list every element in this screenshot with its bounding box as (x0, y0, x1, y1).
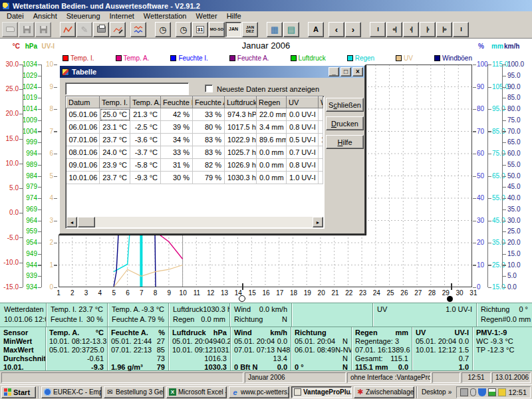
help-button[interactable]: Hilfe (326, 135, 364, 149)
menu-datei[interactable]: Datei (3, 12, 28, 20)
cell-luftdruck[interactable]: 1022.9 hPa (225, 134, 257, 146)
cell-regen[interactable]: 0.0 mm (257, 159, 287, 172)
cell-regen[interactable]: 0.0 mm (257, 172, 287, 184)
menu-hilfe[interactable]: Hilfe (223, 12, 245, 20)
nav-button[interactable]: I (453, 22, 469, 37)
save-as-button[interactable] (35, 22, 51, 37)
cell-temp-i[interactable]: 25.0 °C (100, 108, 130, 121)
maximize-icon[interactable]: □ (340, 67, 351, 76)
week-button[interactable]: MO-SO (209, 22, 225, 37)
auto-scale-button[interactable]: A (308, 22, 324, 37)
cell-feuchte-a[interactable]: 83 % (193, 146, 225, 159)
table-values-button[interactable]: ▤ (283, 22, 299, 37)
nav-button[interactable]: |› (420, 22, 436, 37)
clock-button[interactable]: ◷ (176, 22, 192, 37)
cell-feuchte-i[interactable]: 34 % (161, 134, 193, 146)
shield-tray-icon[interactable] (478, 388, 486, 396)
cell-temp-a[interactable]: -2.5 °C (130, 121, 161, 134)
nav-button[interactable]: |» (436, 22, 452, 37)
nav-button[interactable]: «| (386, 22, 402, 37)
cell-temp-a[interactable]: -3.7 °C (130, 146, 161, 159)
save-button[interactable] (19, 22, 35, 37)
cell-feuchte-i[interactable]: 30 % (161, 172, 193, 184)
edit-button[interactable]: ✎ (76, 22, 92, 37)
cell-regen[interactable]: 89.6 mm (257, 134, 287, 146)
cell-luftdruck[interactable]: 1030.3 hPa (225, 172, 257, 184)
close-button[interactable]: Schließen (326, 98, 364, 112)
cell-datum[interactable]: 06.01.06 (66, 121, 100, 134)
chart-waves-button[interactable] (130, 22, 146, 37)
menu-ansicht[interactable]: Ansicht (29, 12, 61, 20)
cell-luftdruck[interactable]: 1025.7 hPa (225, 146, 257, 159)
nav-button[interactable]: I (370, 22, 386, 37)
cell-wind[interactable] (319, 146, 323, 159)
cell-temp-i[interactable]: 24.0 °C (100, 146, 130, 159)
table-button[interactable]: ▦ (267, 22, 283, 37)
scroll-left-icon[interactable]: ◄ (66, 217, 77, 227)
key-tray-icon[interactable] (498, 388, 506, 396)
cell-datum[interactable]: 09.01.06 (66, 159, 100, 172)
grid-header-cell[interactable]: Temp. I. (100, 97, 130, 108)
cell-feuchte-a[interactable]: 83 % (193, 134, 225, 146)
prev-button[interactable]: ‹ (329, 22, 344, 37)
print-dialog-button[interactable]: Drucken (326, 116, 364, 130)
scroll-right-icon[interactable]: ► (313, 217, 323, 227)
cell-regen[interactable]: 22.0 mm (257, 108, 287, 121)
cell-luftdruck[interactable]: 1026.9 hPa (225, 159, 257, 172)
menu-steuerung[interactable]: Steuerung (63, 12, 104, 20)
cell-feuchte-i[interactable]: 31 % (161, 159, 193, 172)
task-excel[interactable]: X Microsoft Excel - ... (166, 386, 227, 398)
cell-feuchte-a[interactable]: 33 % (193, 108, 225, 121)
cell-temp-a[interactable]: -3.6 °C (130, 134, 161, 146)
cell-luftdruck[interactable]: 1017.5 hPa (225, 121, 257, 134)
cell-feuchte-i[interactable]: 39 % (161, 121, 193, 134)
cell-feuchte-i[interactable]: 33 % (161, 146, 193, 159)
start-button[interactable]: Start (1, 386, 36, 398)
cell-feuchte-i[interactable]: 42 % (161, 108, 193, 121)
time-range-button[interactable]: ◷ (155, 22, 171, 37)
task-browser[interactable]: e www.pc-wetters... (229, 386, 289, 398)
menu-internet[interactable]: Internet (106, 12, 138, 20)
cell-uv[interactable]: 0.0 UV-I (287, 108, 319, 121)
chart-tray-icon[interactable] (488, 388, 496, 396)
cell-datum[interactable]: 07.01.06 (66, 134, 100, 146)
print-button[interactable] (93, 22, 109, 37)
grid-header-cell[interactable]: Temp. A. (130, 97, 161, 108)
open-button[interactable] (2, 22, 18, 37)
cell-regen[interactable]: 0.0 mm (257, 146, 287, 159)
cell-temp-a[interactable]: -5.8 °C (130, 159, 161, 172)
cell-datum[interactable]: 08.01.06 (66, 146, 100, 159)
grid-header-cell[interactable]: Feuchte A. (193, 97, 225, 108)
cell-temp-i[interactable]: 23.7 °C (100, 134, 130, 146)
grid-header-cell[interactable]: Luftdruck (225, 97, 257, 108)
cell-datum[interactable]: 10.01.06 (66, 172, 100, 184)
menu-wetter[interactable]: Wetter (192, 12, 221, 20)
dialog-title-bar[interactable]: Tabelle _ □ × (60, 66, 364, 78)
scrollbar-thumb[interactable] (78, 217, 95, 227)
cell-uv[interactable]: 0.8 UV-I (287, 121, 319, 134)
task-eurex[interactable]: EUREX-C - Empf... (41, 386, 102, 398)
chart-edit-button[interactable] (110, 22, 126, 37)
year-button[interactable]: JANDEZ (242, 22, 258, 37)
day-31-button[interactable]: 31 (192, 22, 208, 37)
cell-wind[interactable] (319, 108, 323, 121)
cell-uv[interactable]: 0.5 UV-I (287, 134, 319, 146)
mouse-tray-icon[interactable] (470, 388, 476, 396)
menu-wetterstation[interactable]: Wetterstation (140, 12, 191, 20)
cell-regen[interactable]: 3.4 mm (257, 121, 287, 134)
horizontal-scrollbar[interactable]: ◄ ► (66, 217, 323, 227)
nav-button[interactable]: ‹| (403, 22, 419, 37)
newest-first-checkbox[interactable] (205, 84, 213, 92)
close-icon[interactable]: × (352, 67, 363, 76)
task-zwischenablage[interactable]: ✱ Zwischenablage0... (354, 386, 414, 398)
cell-feuchte-a[interactable]: 79 % (193, 172, 225, 184)
cell-uv[interactable]: 0.7 UV-I (287, 146, 319, 159)
cell-temp-a[interactable]: -9.3 °C (130, 172, 161, 184)
month-button[interactable]: JAN (225, 22, 241, 37)
grid-header-cell[interactable]: W (319, 97, 323, 108)
minimize-icon[interactable]: _ (329, 67, 339, 76)
grid-header-cell[interactable]: UV (287, 97, 319, 108)
grid-header-cell[interactable]: Feuchte I. (161, 97, 193, 108)
cell-luftdruck[interactable]: 974.3 hPa (225, 108, 257, 121)
next-button[interactable]: › (345, 22, 361, 37)
